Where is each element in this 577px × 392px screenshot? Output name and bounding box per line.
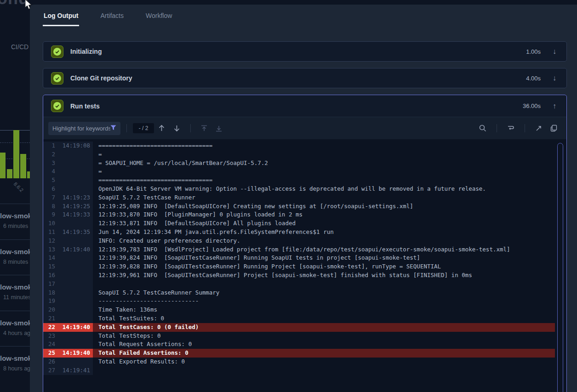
log-line-timestamp (55, 159, 93, 168)
log-line-number[interactable]: 4 (43, 167, 55, 176)
log-line-number[interactable]: 3 (43, 159, 55, 168)
log-line-number[interactable]: 19 (43, 297, 55, 306)
run-title: low-smoke (0, 248, 30, 256)
log-line-number[interactable]: 7 (43, 193, 55, 202)
log-line-gutter: 10 (43, 219, 93, 228)
log-line-timestamp (55, 185, 93, 193)
log-line-gutter: 1114:19:35 (43, 228, 93, 237)
log-line-text: Total Exported Results: 0 (93, 358, 555, 366)
run-list-item[interactable]: low-smoke8 minutes ago (0, 239, 30, 275)
log-line-number[interactable]: 26 (43, 358, 55, 366)
log-line-gutter: 1314:19:40 (43, 245, 93, 254)
log-line-number[interactable]: 14 (43, 254, 55, 262)
chart-bar[interactable] (20, 154, 26, 178)
step-run-tests-header[interactable]: Run tests 36.00s ↑ (43, 95, 566, 117)
log-line: 3= SOAPUI_HOME = /usr/local/SmartBear/So… (43, 159, 555, 168)
keyword-highlight-field[interactable] (48, 122, 120, 135)
chart-bar[interactable] (7, 169, 12, 178)
chart-bar[interactable] (0, 153, 6, 178)
chevron-down-icon[interactable]: ↓ (553, 47, 556, 56)
log-line-gutter: 5 (43, 176, 93, 185)
log-line-number[interactable]: 25 (43, 349, 55, 358)
log-line-number[interactable]: 12 (43, 237, 55, 245)
log-line: 6OpenJDK 64-Bit Server VM warning: Optio… (43, 185, 555, 193)
log-line-timestamp (55, 219, 93, 228)
log-line-timestamp: 14:19:23 (55, 193, 93, 202)
log-line-number[interactable]: 8 (43, 202, 55, 211)
expand-fullscreen-icon[interactable] (535, 125, 542, 132)
log-line-text: = (93, 150, 555, 159)
scroll-to-bottom-button[interactable] (216, 125, 222, 132)
log-line-gutter: 2214:19:40 (43, 323, 93, 332)
log-line-gutter: 19 (43, 297, 93, 306)
success-check-icon (51, 45, 63, 58)
log-line-text: Total Failed Assertions: 0 (93, 349, 555, 358)
log-line-timestamp: 14:19:33 (55, 210, 93, 219)
log-line-timestamp (55, 176, 93, 185)
log-line-number[interactable]: 5 (43, 176, 55, 185)
log-line-text: Total TestCases: 0 (0 failed) (93, 323, 555, 332)
log-line-number[interactable]: 11 (43, 228, 55, 237)
log-line-timestamp: 14:19:40 (55, 323, 93, 332)
log-line-number[interactable]: 10 (43, 219, 55, 228)
log-scrollbar-thumb[interactable] (557, 143, 563, 392)
log-line-number[interactable]: 27 (43, 366, 55, 375)
log-line-timestamp (55, 280, 93, 289)
log-line-number[interactable]: 22 (43, 323, 55, 332)
scroll-to-top-button[interactable] (201, 125, 207, 132)
run-list-item[interactable]: low-smoke8 hours ago (0, 346, 30, 382)
step-initializing[interactable]: Initializing 1.00s ↓ (43, 41, 567, 62)
log-line-timestamp (55, 297, 93, 306)
previous-match-button[interactable] (158, 125, 165, 132)
run-list-item[interactable]: low-smoke11 minutes ago (0, 275, 30, 311)
log-line-timestamp: 14:19:40 (55, 349, 93, 358)
log-line-timestamp: 14:19:25 (55, 202, 93, 211)
log-line-number[interactable]: 13 (43, 245, 55, 254)
keyword-input[interactable] (52, 125, 110, 132)
tab-artifacts[interactable]: Artifacts (99, 8, 125, 26)
log-line-text: Time Taken: 136ms (93, 306, 555, 314)
log-line-number[interactable]: 16 (43, 271, 55, 280)
log-line-number[interactable]: 21 (43, 314, 55, 323)
log-line-text: Total TestSteps: 0 (93, 332, 555, 341)
log-line: 1412:19:39,824 INFO [SoapUITestCaseRunne… (43, 254, 555, 262)
run-list-item[interactable]: low-smoke4 hours ago (0, 311, 30, 347)
next-match-button[interactable] (173, 125, 180, 132)
tab-log-output[interactable]: Log Output (43, 8, 79, 26)
log-line-number[interactable]: 17 (43, 280, 55, 289)
log-line: 23Total TestSteps: 0 (43, 332, 555, 341)
log-line: 914:19:3312:19:33,870 INFO [PluginManage… (43, 210, 555, 219)
log-line-gutter: 814:19:25 (43, 202, 93, 211)
log-line-gutter: 914:19:33 (43, 210, 93, 219)
wrap-lines-icon[interactable] (507, 125, 514, 131)
log-line-number[interactable]: 1 (43, 142, 55, 150)
log-line-timestamp (55, 271, 93, 280)
log-line-number[interactable]: 15 (43, 262, 55, 271)
chart-bar[interactable] (13, 130, 19, 178)
log-line-number[interactable]: 20 (43, 306, 55, 314)
log-line-number[interactable]: 18 (43, 289, 55, 297)
mouse-cursor (24, 0, 34, 12)
log-line-text: = (93, 167, 555, 176)
log-line: 2214:19:40Total TestCases: 0 (0 failed) (43, 323, 555, 332)
run-list-item[interactable]: low-smoke6 minutes ago (0, 204, 30, 239)
log-line: 26Total Exported Results: 0 (43, 358, 555, 366)
log-line-number[interactable]: 23 (43, 332, 55, 341)
search-icon[interactable] (479, 125, 486, 132)
log-line-text (93, 280, 555, 289)
chevron-down-icon[interactable]: ↓ (553, 74, 556, 82)
run-timestamp: 6 minutes ago (3, 223, 30, 229)
log-line-text: ================================= (93, 142, 555, 150)
tab-workflow[interactable]: Workflow (145, 8, 173, 26)
chevron-up-icon[interactable]: ↑ (553, 102, 556, 110)
log-line-number[interactable]: 24 (43, 340, 55, 349)
log-line-number[interactable]: 9 (43, 210, 55, 219)
log-line-number[interactable]: 6 (43, 185, 55, 193)
log-line-gutter: 714:19:23 (43, 193, 93, 202)
copy-log-icon[interactable] (550, 125, 557, 132)
log-line-number[interactable]: 2 (43, 150, 55, 159)
filter-icon[interactable] (110, 124, 116, 132)
log-line-gutter: 24 (43, 340, 93, 349)
step-clone-git-repository[interactable]: Clone Git repository 4.00s ↓ (43, 68, 567, 88)
log-line-text: = SOAPUI_HOME = /usr/local/SmartBear/Soa… (93, 159, 555, 168)
